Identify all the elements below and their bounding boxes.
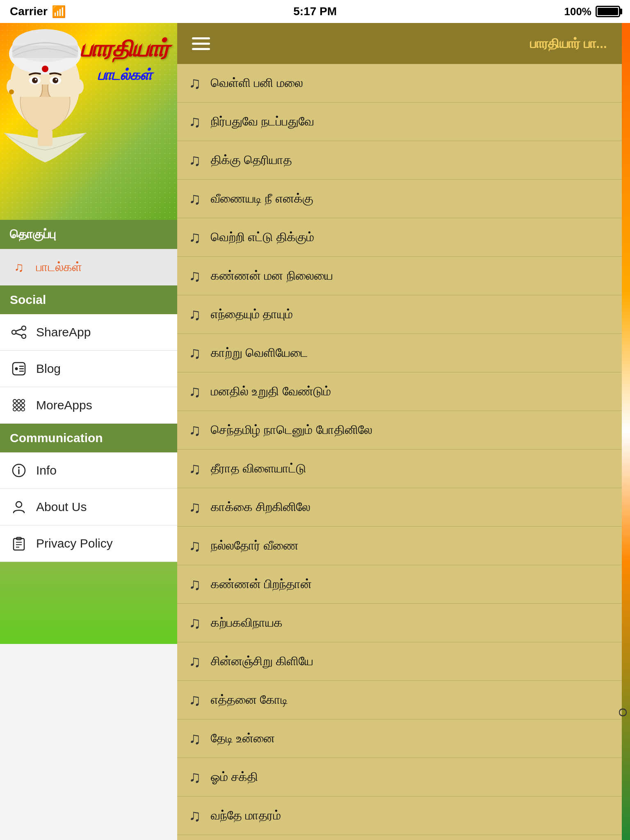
song-list-container: பாரதியார் பா... ♫ வெள்ளி பனி மலை ♫ நிர்ப… bbox=[177, 23, 622, 840]
share-icon bbox=[10, 323, 28, 341]
app-subtitle-tamil: பாடல்கள் bbox=[80, 66, 169, 84]
battery-icon bbox=[596, 6, 620, 17]
song-music-icon: ♫ bbox=[189, 536, 201, 555]
song-title: வெற்றி எட்டு திக்கும் bbox=[211, 230, 610, 244]
song-item[interactable]: ♫ வந்தே மாதரம் bbox=[177, 797, 622, 835]
status-time: 5:17 PM bbox=[293, 5, 337, 18]
svg-point-10 bbox=[55, 79, 57, 80]
section-header-social: Social bbox=[0, 285, 177, 314]
svg-point-32 bbox=[17, 408, 21, 411]
bharathiyar-portrait bbox=[0, 23, 90, 179]
song-item[interactable]: ♫ தேடி உன்னை bbox=[177, 719, 622, 758]
song-item[interactable]: ♫ வெற்றி எட்டு திக்கும் bbox=[177, 218, 622, 257]
song-item[interactable]: ♫ கண்ணன் மன நிலையை bbox=[177, 257, 622, 295]
song-music-icon: ♫ bbox=[189, 498, 201, 516]
grid-icon bbox=[10, 396, 28, 414]
song-item[interactable]: ♫ எத்தனை கோடி bbox=[177, 681, 622, 719]
song-title: வந்தே மாதரம் bbox=[211, 808, 610, 823]
info-icon bbox=[10, 461, 28, 479]
menu-label-shareapp: ShareApp bbox=[36, 325, 91, 339]
svg-rect-14 bbox=[38, 130, 52, 146]
svg-point-17 bbox=[22, 334, 26, 338]
svg-point-31 bbox=[13, 408, 16, 411]
right-header-title: பாரதியார் பா... bbox=[530, 36, 607, 51]
svg-point-26 bbox=[17, 399, 21, 403]
status-left: Carrier 📶 bbox=[10, 5, 66, 18]
song-item[interactable]: ♫ கற்பகவிநாயக bbox=[177, 604, 622, 642]
song-title: கண்ணன் பிறந்தான் bbox=[211, 577, 610, 591]
song-music-icon: ♫ bbox=[189, 305, 201, 324]
song-title: தேடி உன்னை bbox=[211, 731, 610, 746]
menu-label-songs: பாடல்கள் bbox=[36, 260, 82, 274]
song-title: வெள்ளி பனி மலை bbox=[211, 76, 610, 90]
song-music-icon: ♫ bbox=[189, 575, 201, 593]
song-list: ♫ வெள்ளி பனி மலை ♫ நிர்பதுவே நடப்பதுவே ♫… bbox=[177, 64, 622, 840]
song-music-icon: ♫ bbox=[189, 382, 201, 401]
song-title: சின்னஞ்சிறு கிளியே bbox=[211, 654, 610, 669]
sidebar-hero: பாரதியார் பாடல்கள் bbox=[0, 23, 177, 220]
person-icon bbox=[10, 498, 28, 516]
song-music-icon: ♫ bbox=[189, 614, 201, 632]
svg-point-21 bbox=[15, 368, 18, 370]
svg-point-13 bbox=[9, 89, 14, 94]
song-item[interactable]: ♫ நிர்பதுவே நடப்பதுவே bbox=[177, 103, 622, 141]
song-item[interactable]: ♫ எந்தையும் தாயும் bbox=[177, 295, 622, 334]
song-item[interactable]: ♫ நல்லதோர் வீணை bbox=[177, 527, 622, 565]
song-item[interactable]: ♫ கண்ணன் பிறந்தான் bbox=[177, 565, 622, 604]
song-item[interactable]: ♫ வீணையடி நீ எனக்கு bbox=[177, 180, 622, 218]
svg-point-16 bbox=[22, 326, 26, 330]
menu-item-shareapp[interactable]: ShareApp bbox=[0, 314, 177, 351]
menu-item-aboutus[interactable]: About Us bbox=[0, 489, 177, 525]
svg-point-28 bbox=[13, 404, 16, 407]
song-item[interactable]: ♫ தீராத விளையாட்டு bbox=[177, 450, 622, 488]
menu-item-privacy[interactable]: Privacy Policy bbox=[0, 525, 177, 562]
song-music-icon: ♫ bbox=[189, 459, 201, 478]
svg-point-29 bbox=[17, 404, 21, 407]
song-music-icon: ♫ bbox=[189, 806, 201, 825]
sidebar-menu: தொகுப்பு ♫ பாடல்கள் Social bbox=[0, 220, 177, 840]
song-item[interactable]: ♫ ஓம் சக்தி bbox=[177, 758, 622, 797]
song-item[interactable]: ♫ திக்கு தெரியாத bbox=[177, 141, 622, 180]
menu-item-songs[interactable]: ♫ பாடல்கள் bbox=[0, 249, 177, 285]
song-music-icon: ♫ bbox=[189, 344, 201, 362]
song-title: கண்ணன் மன நிலையை bbox=[211, 269, 610, 283]
menu-item-info[interactable]: Info bbox=[0, 452, 177, 489]
section-header-communication: Communication bbox=[0, 424, 177, 452]
menu-label-privacy: Privacy Policy bbox=[36, 536, 113, 550]
svg-point-30 bbox=[21, 404, 25, 407]
sidebar: பாரதியார் பாடல்கள் தொகுப்பு ♫ பாடல்கள் S… bbox=[0, 23, 177, 840]
menu-label-blog: Blog bbox=[36, 362, 61, 376]
hamburger-line-2 bbox=[192, 43, 210, 45]
svg-point-9 bbox=[35, 79, 37, 80]
carrier-label: Carrier bbox=[10, 5, 48, 18]
hamburger-button[interactable] bbox=[192, 37, 210, 50]
song-item[interactable]: ♫ மனதில் உறுதி வேண்டும் bbox=[177, 372, 622, 411]
song-item[interactable]: ♫ காற்று வெளியேடை bbox=[177, 334, 622, 372]
song-music-icon: ♫ bbox=[189, 151, 201, 169]
menu-label-moreapps: MoreApps bbox=[36, 398, 92, 412]
menu-item-blog[interactable]: Blog bbox=[0, 351, 177, 387]
song-item[interactable]: ♫ வெள்ளி பனி மலை bbox=[177, 64, 622, 103]
menu-item-moreapps[interactable]: MoreApps bbox=[0, 387, 177, 424]
music-note-icon: ♫ bbox=[10, 258, 28, 276]
partial-label: O bbox=[616, 708, 629, 717]
song-item[interactable]: ♫ பாருக்குள்ளே bbox=[177, 835, 622, 840]
menu-label-aboutus: About Us bbox=[36, 500, 87, 514]
svg-point-25 bbox=[13, 399, 16, 403]
song-music-icon: ♫ bbox=[189, 729, 201, 748]
song-title: எத்தனை கோடி bbox=[211, 693, 610, 707]
svg-point-33 bbox=[21, 408, 25, 411]
right-panel-wrapper: பாரதியார் பா... ♫ வெள்ளி பனி மலை ♫ நிர்ப… bbox=[177, 23, 630, 840]
song-item[interactable]: ♫ காக்கை சிறகினிலே bbox=[177, 488, 622, 527]
battery-fill bbox=[598, 8, 618, 15]
status-bar: Carrier 📶 5:17 PM 100% bbox=[0, 0, 630, 23]
song-item[interactable]: ♫ செந்தமிழ் நாடெனும் போதினிலே bbox=[177, 411, 622, 450]
svg-point-36 bbox=[18, 467, 20, 468]
svg-line-19 bbox=[16, 333, 22, 336]
svg-point-4 bbox=[42, 66, 48, 72]
song-title: ஓம் சக்தி bbox=[211, 770, 610, 784]
main-content: பாரதியார் பாடல்கள் தொகுப்பு ♫ பாடல்கள் S… bbox=[0, 23, 630, 840]
right-panel-header: பாரதியார் பா... bbox=[177, 23, 622, 64]
song-item[interactable]: ♫ சின்னஞ்சிறு கிளியே bbox=[177, 642, 622, 681]
song-title: நல்லதோர் வீணை bbox=[211, 539, 610, 553]
